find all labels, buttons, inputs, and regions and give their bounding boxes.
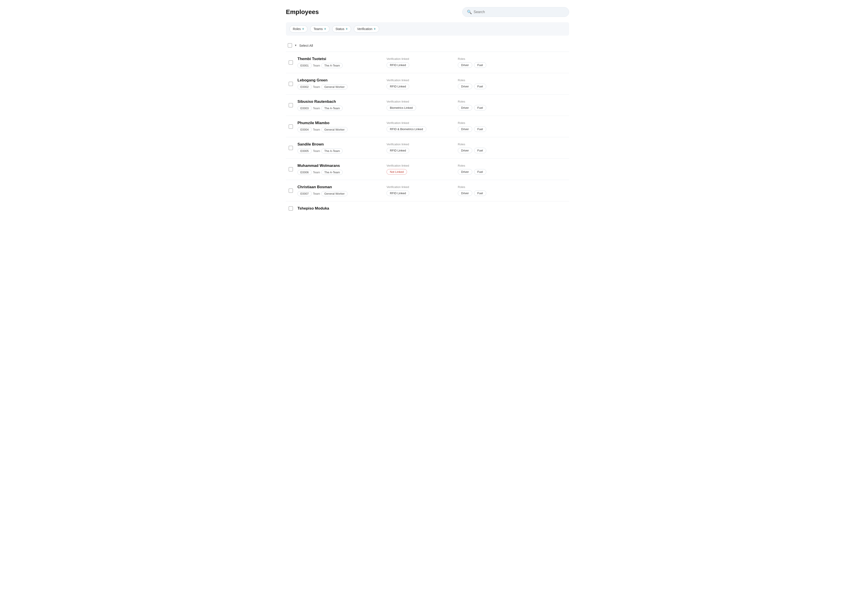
roles-label: Roles <box>458 121 567 125</box>
verification-section: Verification linked RFID Linked <box>386 185 454 196</box>
roles-section: Roles DriverFuel <box>458 121 567 132</box>
verification-badge: RFID Linked <box>386 148 409 153</box>
role-tag: Fuel <box>474 190 486 196</box>
select-all-chevron[interactable]: ▼ <box>294 44 297 47</box>
employee-info: Muhammad Wolmarans E0006 Team The A-Team <box>297 164 382 175</box>
filter-verification-button[interactable]: Verification + <box>354 25 379 32</box>
employee-card: Thembi Tsotetsi E0001 Team The A-Team Ve… <box>286 52 569 73</box>
employee-checkbox-4[interactable] <box>288 146 293 150</box>
role-tag: Driver <box>458 62 472 68</box>
team-tag: The A-Team <box>321 105 343 111</box>
employee-info: Sibusiso Rautenbach E0003 Team The A-Tea… <box>297 99 382 111</box>
roles-tags: DriverFuel <box>458 105 567 110</box>
filter-roles-button[interactable]: Roles + <box>290 25 308 32</box>
roles-section: Roles DriverFuel <box>458 100 567 110</box>
filter-status-button[interactable]: Status + <box>332 25 351 32</box>
team-label: Team <box>313 149 320 153</box>
role-tag: Driver <box>458 126 472 132</box>
team-tag: General Worker <box>321 84 348 89</box>
employee-name: Lebogang Green <box>297 78 382 83</box>
employee-checkbox-1[interactable] <box>288 82 293 86</box>
role-tag: Fuel <box>474 126 486 132</box>
roles-tags: DriverFuel <box>458 148 567 153</box>
roles-section: Roles DriverFuel <box>458 164 567 175</box>
employee-checkbox-5[interactable] <box>288 167 293 171</box>
employee-list: Thembi Tsotetsi E0001 Team The A-Team Ve… <box>286 52 569 214</box>
verification-section: Verification linked RFID Linked <box>386 57 454 68</box>
role-tag: Fuel <box>474 105 486 110</box>
verification-section: Verification linked RFID Linked <box>386 142 454 153</box>
employee-checkbox-2[interactable] <box>288 103 293 107</box>
role-tag: Driver <box>458 148 472 153</box>
team-tag: The A-Team <box>321 170 343 175</box>
select-all-checkbox[interactable] <box>288 43 292 47</box>
verification-label: Verification linked <box>386 185 454 189</box>
page-header: Employees 🔍 <box>286 7 569 17</box>
role-tag: Fuel <box>474 148 486 153</box>
verification-badge: RFID Linked <box>386 62 409 68</box>
roles-tags: DriverFuel <box>458 169 567 175</box>
page-title: Employees <box>286 8 319 15</box>
team-tag: General Worker <box>321 127 348 132</box>
employee-card: Lebogang Green E0002 Team General Worker… <box>286 73 569 94</box>
add-roles-icon: + <box>302 27 304 31</box>
verification-section: Verification linked Not Linked <box>386 164 454 175</box>
verification-label: Verification linked <box>386 121 454 125</box>
roles-label: Roles <box>458 164 567 167</box>
roles-label: Roles <box>458 185 567 189</box>
roles-label: Roles <box>458 100 567 103</box>
team-label: Team <box>313 64 320 67</box>
verification-label: Verification linked <box>386 100 454 103</box>
role-tag: Driver <box>458 169 472 175</box>
verification-badge: Biometrics Linked <box>386 105 416 110</box>
roles-section: Roles DriverFuel <box>458 57 567 68</box>
filter-verification-label: Verification <box>357 27 372 31</box>
team-tag: General Worker <box>321 191 348 196</box>
employee-tags: E0002 Team General Worker <box>297 84 382 89</box>
filter-teams-button[interactable]: Teams + <box>310 25 329 32</box>
employee-id-tag: E0001 <box>297 63 312 68</box>
employee-tags: E0003 Team The A-Team <box>297 105 382 111</box>
employee-info: Lebogang Green E0002 Team General Worker <box>297 78 382 89</box>
filter-teams-label: Teams <box>314 27 323 31</box>
employee-name: Sibusiso Rautenbach <box>297 99 382 104</box>
search-input[interactable] <box>473 10 564 14</box>
roles-section: Roles DriverFuel <box>458 185 567 196</box>
roles-label: Roles <box>458 142 567 146</box>
verification-badge: RFID & Biometrics Linked <box>386 126 426 132</box>
roles-tags: DriverFuel <box>458 62 567 68</box>
verification-badge: RFID Linked <box>386 84 409 89</box>
team-tag: The A-Team <box>321 63 343 68</box>
roles-section: Roles DriverFuel <box>458 142 567 153</box>
employee-checkbox-3[interactable] <box>288 124 293 129</box>
roles-tags: DriverFuel <box>458 84 567 89</box>
employee-id-tag: E0004 <box>297 127 312 132</box>
employee-checkbox-0[interactable] <box>288 60 293 65</box>
team-tag: The A-Team <box>321 148 343 153</box>
employee-card-partial: Tshepiso Moduka <box>286 201 569 214</box>
employee-tags: E0001 Team The A-Team <box>297 63 382 68</box>
employee-card: Sandile Brown E0005 Team The A-Team Veri… <box>286 137 569 158</box>
team-label: Team <box>313 107 320 110</box>
role-tag: Driver <box>458 190 472 196</box>
team-label: Team <box>313 128 320 131</box>
roles-tags: DriverFuel <box>458 190 567 196</box>
role-tag: Fuel <box>474 169 486 175</box>
employee-checkbox-7[interactable] <box>288 206 293 211</box>
verification-section: Verification linked RFID Linked <box>386 78 454 89</box>
employee-tags: E0005 Team The A-Team <box>297 148 382 153</box>
add-verification-icon: + <box>374 27 375 31</box>
employee-id-tag: E0007 <box>297 191 312 196</box>
employee-checkbox-6[interactable] <box>288 188 293 193</box>
employee-name: Christiaan Bosman <box>297 185 382 189</box>
employee-name: Sandile Brown <box>297 142 382 147</box>
employee-info: Phumzile Mlambo E0004 Team General Worke… <box>297 121 382 132</box>
search-box[interactable]: 🔍 <box>462 7 569 17</box>
employee-id-tag: E0006 <box>297 170 312 175</box>
employee-info: Sandile Brown E0005 Team The A-Team <box>297 142 382 153</box>
add-teams-icon: + <box>324 27 326 31</box>
employee-card: Muhammad Wolmarans E0006 Team The A-Team… <box>286 158 569 180</box>
filter-status-label: Status <box>336 27 345 31</box>
employee-name: Muhammad Wolmarans <box>297 164 382 168</box>
employee-tags: E0007 Team General Worker <box>297 191 382 196</box>
